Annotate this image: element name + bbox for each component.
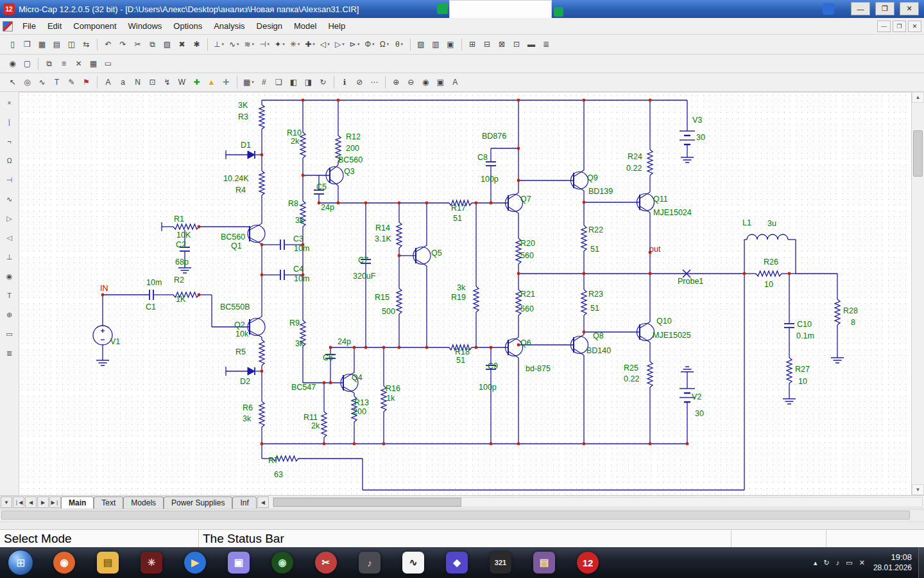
component-label[interactable]: 10 <box>798 377 807 386</box>
wave-source-icon[interactable]: ≋▾ <box>243 38 257 51</box>
component-label[interactable]: 320uF <box>353 272 376 281</box>
resistor-symbol[interactable] <box>835 299 840 325</box>
minimize-button[interactable]: — <box>851 2 870 15</box>
node-numbers-icon[interactable]: N <box>131 76 144 89</box>
probe-part-icon[interactable]: ✦▾ <box>273 38 287 51</box>
component-label[interactable]: R15 <box>375 293 389 302</box>
component-label[interactable]: 10m <box>294 274 309 283</box>
clear-marks-icon[interactable]: ✕ <box>72 57 85 71</box>
capacitor-part-icon[interactable]: ⊣▾ <box>257 38 271 51</box>
left-tool-13-icon[interactable]: ≣ <box>3 346 17 360</box>
resistor-symbol[interactable] <box>581 290 586 315</box>
component-label[interactable]: D1 <box>241 141 251 150</box>
component-label[interactable]: R12 <box>346 132 361 141</box>
component-label[interactable]: R14 <box>375 223 390 232</box>
component-label[interactable]: BC547 <box>291 383 316 392</box>
component-label[interactable]: 10m <box>294 244 309 253</box>
transistor-symbol[interactable] <box>574 335 584 341</box>
print-preview-icon[interactable]: ◫ <box>65 38 78 51</box>
noise-part-icon[interactable]: ✳▾ <box>288 38 302 51</box>
copy-image-icon[interactable]: ▣ <box>434 76 447 89</box>
left-tool-2-icon[interactable]: ¬ <box>3 134 17 148</box>
component-label[interactable]: 3k <box>295 339 304 348</box>
close-button[interactable]: ✕ <box>900 2 919 15</box>
component-label[interactable]: 30 <box>696 133 705 142</box>
restore-button[interactable]: ❐ <box>875 2 894 15</box>
tab-back-button[interactable]: ◀ <box>257 496 269 508</box>
component-label[interactable]: 500 <box>382 307 395 316</box>
ground-part-icon[interactable]: ⊥▾ <box>212 38 226 51</box>
component-label[interactable]: C4 <box>293 265 304 274</box>
component-label[interactable]: R23 <box>588 290 603 299</box>
transistor-symbol[interactable] <box>640 336 650 342</box>
component-label[interactable]: 100p <box>479 383 497 392</box>
component-label[interactable]: BC560 <box>338 155 363 164</box>
resistor-symbol[interactable] <box>259 171 264 195</box>
component-label[interactable]: Q1 <box>231 241 242 250</box>
component-label[interactable]: L1 <box>742 218 751 227</box>
component-label[interactable]: 68p <box>175 258 189 267</box>
tray-icon-1[interactable]: ↻ <box>824 559 830 567</box>
component-label[interactable]: 51 <box>453 214 462 223</box>
find-icon[interactable]: ✱ <box>190 38 203 51</box>
component-label[interactable]: R5 <box>235 347 246 356</box>
left-tool-12-icon[interactable]: ▭ <box>3 327 17 341</box>
transistor-symbol[interactable] <box>574 170 584 177</box>
component-label[interactable]: 200 <box>346 144 359 153</box>
node-voltages-icon[interactable]: ⊡ <box>146 76 159 89</box>
resistor-symbol[interactable] <box>474 286 479 312</box>
pin-connections-icon[interactable]: ✚ <box>190 76 203 89</box>
component-label[interactable]: Q6 <box>520 338 531 347</box>
maximize-window-icon[interactable]: ▬ <box>525 38 538 51</box>
mirror-box-icon[interactable]: ◧ <box>287 76 300 89</box>
component-label[interactable]: D2 <box>240 377 250 386</box>
resistor-symbol[interactable] <box>397 222 402 248</box>
component-label[interactable]: 0.22 <box>624 374 639 383</box>
left-tool-5-icon[interactable]: ∿ <box>3 192 17 206</box>
component-label[interactable]: MJE15025 <box>653 331 691 340</box>
tab-nav-4[interactable]: ▶❘ <box>49 496 61 508</box>
component-label[interactable]: C10 <box>797 320 812 329</box>
component-label[interactable]: R17 <box>451 204 466 213</box>
component-label[interactable]: R27 <box>795 365 810 374</box>
browser-book-icon[interactable]: ▣ <box>444 38 458 51</box>
component-label[interactable]: R9 <box>289 319 300 328</box>
component-label[interactable]: 200 <box>353 407 366 416</box>
scale-tool-icon[interactable]: # <box>257 76 271 89</box>
component-label[interactable]: 0.22 <box>626 164 642 173</box>
stack-pages-icon[interactable]: ≡ <box>57 57 71 71</box>
component-label[interactable]: R4 <box>235 186 246 195</box>
app-green-tool-icon[interactable]: ◉ <box>271 552 293 574</box>
component-label[interactable]: 10k <box>235 329 249 338</box>
component-label[interactable]: 3k <box>295 216 304 225</box>
app-microcap-icon[interactable]: 12 <box>577 552 599 574</box>
outer-hscroll-thumb[interactable] <box>1 511 910 520</box>
component-label[interactable]: out <box>649 245 661 254</box>
resistor-symbol[interactable] <box>259 105 264 129</box>
flip-box-icon[interactable]: ◨ <box>302 76 315 89</box>
transistor-symbol[interactable] <box>508 193 518 199</box>
paste-icon[interactable]: ▨ <box>160 38 174 51</box>
component-label[interactable]: BC550B <box>220 302 250 311</box>
resistor-symbol[interactable] <box>259 401 264 427</box>
schematic-canvas[interactable]: 3KR3D1R102kR12200BC560Q3BD876C8100pV330R… <box>19 92 911 495</box>
component-label[interactable]: R16 <box>386 384 400 393</box>
model-book-icon[interactable]: ▥ <box>429 38 443 51</box>
app-winrar-icon[interactable]: ▤ <box>533 552 555 574</box>
component-label[interactable]: C7 <box>358 256 368 265</box>
component-label[interactable]: R11 <box>304 413 318 422</box>
properties-icon[interactable]: ❏ <box>272 76 286 89</box>
close-panel-icon[interactable]: × <box>3 96 17 110</box>
window-list-icon[interactable]: ≣ <box>540 38 553 51</box>
left-tool-3-icon[interactable]: Ω <box>3 153 17 168</box>
component-label[interactable]: C6 <box>323 353 333 362</box>
open-file-icon[interactable]: ❐ <box>21 38 34 51</box>
start-button[interactable]: ⊞ <box>8 550 33 575</box>
component-label[interactable]: R2 <box>174 276 184 285</box>
transistor-symbol[interactable] <box>574 349 584 355</box>
menu-design[interactable]: Design <box>251 19 288 33</box>
component-label[interactable]: 10m <box>146 278 162 287</box>
tab-power-supplies[interactable]: Power Supplies <box>164 496 232 509</box>
menu-file[interactable]: File <box>17 19 42 33</box>
tile-vertical-icon[interactable]: ⊟ <box>481 38 494 51</box>
